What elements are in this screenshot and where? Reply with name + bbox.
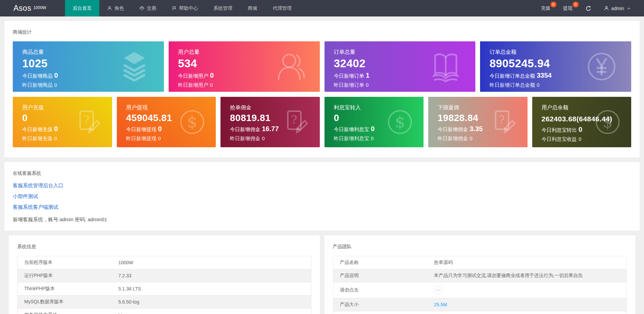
- nav-item-agent-manage[interactable]: 代理管理: [265, 0, 299, 16]
- nav-item-roles[interactable]: 角色: [99, 0, 132, 16]
- stat-card-user-withdraw: 用户提现 459045.81 今日新增提现0 昨日新增提现0: [117, 97, 216, 147]
- stat-card-orders-total: 订单总量 32402 今日新增订单1 昨日新增订单0: [325, 41, 476, 92]
- nav-item-help-center[interactable]: 帮助中心: [164, 0, 206, 16]
- stat-line-yesterday: 昨日新增提现0: [126, 135, 216, 142]
- stat-card-sub-rebate: 下级返佣 19828.84 今日新增佣金3.35 昨日新增佣金0: [428, 97, 528, 147]
- doc-question-pencil-icon: [490, 109, 517, 135]
- nav-item-label: 后台首页: [73, 5, 92, 11]
- product-size-link[interactable]: 25.5M: [434, 302, 447, 307]
- scales-icon: [139, 6, 144, 11]
- panel-title: 商城统计: [13, 29, 631, 35]
- withdraw-label: 提现: [563, 5, 573, 11]
- nav-item-label: 帮助中心: [179, 5, 198, 11]
- widget-test-link[interactable]: 小部件测试: [13, 193, 38, 200]
- user-menu[interactable]: admin: [598, 0, 633, 16]
- stat-line-yesterday: 昨日新增商品0: [22, 82, 164, 88]
- nav-item-label: 系统管理: [213, 5, 232, 11]
- open-book-icon: [430, 51, 461, 82]
- panel-title: 产品团队: [333, 244, 627, 250]
- layers-icon: [119, 51, 150, 82]
- row-value: 抢单源码: [430, 256, 627, 269]
- panel-title: 系统信息: [17, 244, 311, 250]
- table-row: 服务器操作系统 Linux: [18, 309, 311, 314]
- doc-question-pencil-icon: [283, 109, 310, 135]
- stat-line-yesterday: 昨日新增订单0: [334, 82, 476, 88]
- nav-item-label: 商城: [248, 5, 257, 11]
- table-row: MySQL数据库版本 5.6.50-log: [18, 296, 311, 309]
- stat-card-user-recharge: 用户充值 0 今日新增充值0 昨日新增充值0: [13, 97, 112, 147]
- online-service-panel: 在线客服系统 客服系统管理后台入口 小部件测试 客服系统客户端测试 新增客服系统…: [4, 162, 640, 231]
- row-label: ThinkPHP版本: [18, 282, 114, 296]
- table-row: ThinkPHP版本 5.1.38 LTS: [18, 282, 311, 296]
- table-row: 数据库 mysql: [333, 311, 627, 314]
- navbar-right: 充值 0 提现 0 admin: [535, 0, 644, 16]
- dollar-circle-icon: [179, 109, 206, 135]
- stats-row-2: 用户充值 0 今日新增充值0 昨日新增充值0 用户提现 459045.81 今日…: [13, 97, 631, 147]
- system-info-panel: 系统信息 当前程序版本 1000W 运行PHP版本 7.2.33 ThinkPH…: [9, 235, 320, 314]
- stat-line-yesterday: 昨日新增充值0: [22, 135, 112, 142]
- row-label: 产品说明: [333, 269, 430, 282]
- broken-image-404-badge[interactable]: 404: [434, 286, 443, 295]
- row-value: mysql: [430, 311, 627, 314]
- logo-text: Asos: [13, 4, 31, 13]
- row-value: 25.5M: [430, 298, 627, 311]
- stat-line-yesterday: 昨日新增用户0: [178, 82, 320, 88]
- stat-card-order-amount-total: 订单总金额 8905245.94 今日新增订单总金额3354 昨日新增订单总金额…: [480, 41, 631, 92]
- refresh-icon: [585, 5, 591, 11]
- row-label: 请勿点击: [333, 282, 430, 298]
- nav-item-home[interactable]: 后台首页: [65, 0, 99, 16]
- recharge-badge: 0: [550, 2, 556, 7]
- table-row: 产品说明 本产品只为学习测试交流,请勿要做商业或者用于违法行为,一切后果自负: [333, 269, 627, 282]
- refresh-button[interactable]: [579, 0, 598, 16]
- dollar-circle-icon: [594, 109, 621, 135]
- row-label: MySQL数据库版本: [18, 296, 114, 309]
- stat-card-interest-transfer-in: 利息宝转入 0 今日新增利息宝0 昨日新增利息宝0: [325, 97, 424, 147]
- flag-icon: [172, 6, 177, 11]
- row-value: 本产品只为学习测试交流,请勿要做商业或者用于违法行为,一切后果自负: [430, 269, 627, 282]
- recharge-label: 充值: [541, 5, 550, 11]
- panel-title: 在线客服系统: [13, 170, 631, 176]
- withdraw-button[interactable]: 提现 0: [557, 0, 579, 16]
- stat-line-yesterday: 昨日新增订单总金额0: [489, 82, 631, 88]
- stat-card-users-total: 用户总量 534 今日新增用户0 昨日新增用户0: [169, 41, 320, 92]
- person-icon: [107, 6, 112, 11]
- stat-line-yesterday: 昨日新增佣金0: [230, 135, 320, 142]
- person-icon: [604, 6, 609, 11]
- nav-item-label: 交易: [147, 5, 156, 11]
- row-value: Linux: [114, 309, 311, 314]
- username: admin: [611, 6, 624, 11]
- top-navbar: Asos 1000W 后台首页 角色 交易 帮助中心 系统管理 商城 代理管理 …: [0, 0, 644, 16]
- chevron-up-icon: [626, 6, 631, 11]
- nav-item-trade[interactable]: 交易: [132, 0, 164, 16]
- row-label: 服务器操作系统: [18, 309, 114, 314]
- doc-question-pencil-icon: [75, 109, 102, 135]
- service-admin-entry-link[interactable]: 客服系统管理后台入口: [13, 183, 63, 189]
- service-account-note: 新增客服系统，账号:admin 密码: admin01: [13, 217, 631, 223]
- row-label: 运行PHP版本: [18, 269, 114, 282]
- product-team-table: 产品名称 抢单源码 产品说明 本产品只为学习测试交流,请勿要做商业或者用于违法行…: [333, 256, 627, 314]
- row-label: 当前程序版本: [18, 256, 114, 269]
- app-logo: Asos 1000W: [0, 0, 65, 16]
- stat-card-user-balance: 用户总余额 262403.68(64846.44) 今日利息宝转出0 今日利息宝…: [532, 97, 632, 147]
- users-icon: [275, 51, 306, 82]
- row-value: 404: [430, 282, 627, 298]
- nav-item-mall[interactable]: 商城: [240, 0, 265, 16]
- table-row: 产品名称 抢单源码: [333, 256, 627, 269]
- stat-line-yesterday: 昨日新增佣金0: [438, 135, 528, 142]
- product-team-panel: 产品团队 产品名称 抢单源码 产品说明 本产品只为学习测试交流,请勿要做商业或者…: [325, 235, 636, 314]
- recharge-button[interactable]: 充值 0: [535, 0, 557, 16]
- logo-version: 1000W: [33, 5, 46, 10]
- row-label: 数据库: [333, 311, 430, 314]
- row-value: 7.2.33: [114, 269, 311, 282]
- nav-item-label: 代理管理: [273, 5, 292, 11]
- stat-card-products-total: 商品总量 1025 今日新增商品0 昨日新增商品0: [13, 41, 164, 92]
- nav-item-system-manage[interactable]: 系统管理: [206, 0, 240, 16]
- service-client-test-link[interactable]: 客服系统客户端测试: [13, 204, 58, 210]
- table-row: 请勿点击 404: [333, 282, 627, 298]
- withdraw-badge: 0: [573, 2, 579, 7]
- row-label: 产品名称: [333, 256, 430, 269]
- row-value: 5.1.38 LTS: [114, 282, 311, 296]
- stat-card-grab-commission: 抢单佣金 80819.81 今日新增佣金16.77 昨日新增佣金0: [221, 97, 320, 147]
- yen-circle-icon: [586, 51, 617, 82]
- table-row: 产品大小 25.5M: [333, 298, 627, 311]
